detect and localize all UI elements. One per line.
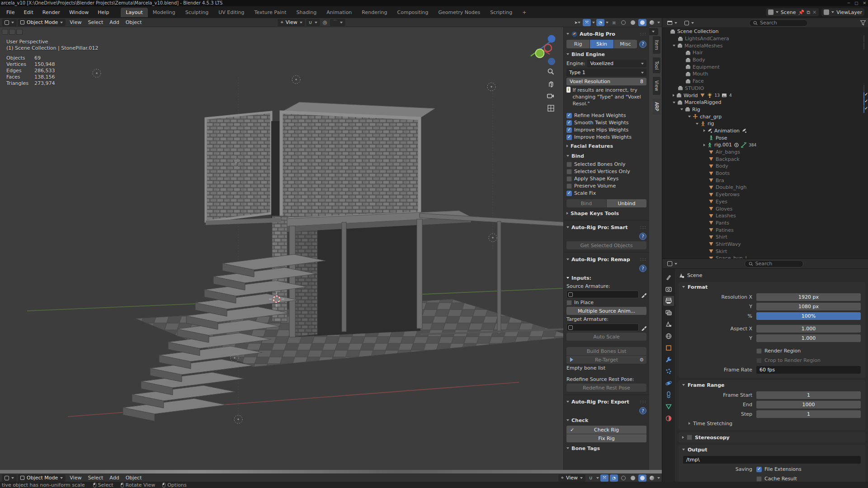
workspace-tab-shading[interactable]: Shading <box>292 8 322 17</box>
mode-dropdown[interactable]: Object Mode <box>18 474 66 482</box>
help-icon[interactable]: ? <box>639 41 646 48</box>
fix-rig-button[interactable]: Fix Rig <box>566 434 646 442</box>
outliner-row[interactable]: World134 <box>662 92 868 99</box>
shading-rendered-icon[interactable] <box>648 474 656 482</box>
resolution-x-field[interactable]: 1920 px <box>756 293 861 301</box>
filter-icon[interactable] <box>860 20 866 25</box>
viewport-menu-add[interactable]: Add <box>106 19 122 26</box>
properties-tab-physics[interactable] <box>663 378 674 388</box>
frame-end-field[interactable]: 1000 <box>756 401 861 408</box>
exclude-checkbox[interactable] <box>863 106 864 113</box>
file-extensions-checkbox[interactable] <box>756 467 762 472</box>
workspace-tab-layout[interactable]: Layout <box>121 8 147 17</box>
workspace-tab-sculpting[interactable]: Sculpting <box>180 8 213 17</box>
expander-icon[interactable] <box>680 108 683 110</box>
shading-material-icon[interactable] <box>638 19 646 26</box>
auto-scale-button[interactable]: Auto Scale <box>566 333 646 341</box>
editor-type-dropdown[interactable] <box>2 474 17 482</box>
transform-orientation-dropdown[interactable]: ⌖View <box>558 474 585 482</box>
arp-export-panel-header[interactable]: Auto-Rig Pro: Export:::: <box>566 398 646 406</box>
properties-tab-view-layer[interactable] <box>663 308 674 318</box>
outliner-search-input[interactable]: Search <box>749 19 808 27</box>
outliner-row[interactable]: Face <box>662 78 868 85</box>
workspace-tab-modeling[interactable]: Modeling <box>148 8 180 17</box>
panel-drag-dots[interactable]: :::: <box>640 32 646 36</box>
editor-type-dropdown[interactable] <box>665 19 680 27</box>
bone-tags-section[interactable]: Bone Tags <box>566 444 646 452</box>
viewport-menu-object[interactable]: Object <box>123 474 145 482</box>
facial-features-section[interactable]: Facial Features <box>566 142 646 150</box>
outliner-row[interactable]: STUDIO <box>662 85 868 92</box>
xray-toggle[interactable]: ▣ <box>610 19 618 26</box>
arp-tab-skin[interactable]: Skin <box>590 40 613 48</box>
check-section[interactable]: Check <box>566 416 646 424</box>
outliner-row[interactable]: MarcelaMeshes <box>662 42 868 49</box>
weight-option-checkbox[interactable] <box>566 127 572 133</box>
properties-tab-object[interactable] <box>663 343 674 353</box>
retarget-button[interactable]: Re-Target ⚙ <box>566 356 646 364</box>
bind-engine-section[interactable]: Bind Engine <box>566 50 646 58</box>
properties-search-input[interactable]: Search <box>745 260 803 267</box>
properties-tab-world[interactable] <box>663 331 674 341</box>
outliner-row[interactable]: ShirtWavy <box>662 241 868 248</box>
properties-tab-material[interactable] <box>663 413 674 423</box>
help-icon[interactable]: ? <box>639 407 646 414</box>
frame-rate-dropdown[interactable]: 60 fps <box>756 366 861 374</box>
outliner-row[interactable]: Body <box>662 163 868 170</box>
viewport-menu-select[interactable]: Select <box>85 474 106 482</box>
bind-option-checkbox[interactable] <box>566 162 572 167</box>
aspect-y-field[interactable]: 1.000 <box>756 334 861 342</box>
frame-range-panel-header[interactable]: Frame Range <box>679 380 865 390</box>
exclude-checkbox[interactable] <box>863 42 864 49</box>
outliner-row[interactable]: Bra <box>662 177 868 184</box>
target-armature-field[interactable] <box>566 324 639 331</box>
transform-orientation-dropdown[interactable]: ⌖ View <box>278 19 305 26</box>
menu-window[interactable]: Window <box>66 8 92 17</box>
stereoscopy-checkbox[interactable] <box>687 435 692 440</box>
resolution-percent-slider[interactable]: 100% <box>756 312 861 320</box>
build-bones-list-button[interactable]: Build Bones List <box>566 347 646 355</box>
bind-section[interactable]: Bind <box>566 152 646 160</box>
selectability-dropdown[interactable]: ➤ <box>573 19 581 26</box>
sidebar-tab-view[interactable]: View <box>653 77 660 95</box>
select-set-icon[interactable] <box>2 29 8 35</box>
exclude-checkbox[interactable] <box>863 85 864 92</box>
maximize-icon[interactable]: ▢ <box>854 0 859 6</box>
select-extend-icon[interactable] <box>9 29 15 35</box>
gear-icon[interactable]: ⚙ <box>639 357 644 363</box>
overlays-toggle[interactable]: ◔ <box>610 474 618 482</box>
viewport-menu-select[interactable]: Select <box>85 19 106 26</box>
expander-icon[interactable] <box>703 129 705 132</box>
crop-render-region-checkbox[interactable] <box>756 358 762 363</box>
outliner-row[interactable]: Gloves <box>662 205 868 212</box>
sidebar-tab-arp[interactable]: ARP <box>653 99 660 115</box>
menu-render[interactable]: Render <box>39 8 64 17</box>
properties-tab-object-data[interactable] <box>663 402 674 412</box>
gizmo-y-axis[interactable] <box>536 49 544 58</box>
unbind-button[interactable]: Unbind <box>607 199 646 207</box>
sidebar-tab-item[interactable]: Item <box>653 36 660 54</box>
viewport-menu-object[interactable]: Object <box>123 19 145 26</box>
outliner-row[interactable]: Air_bangs <box>662 149 868 156</box>
outliner-row[interactable]: Skirt <box>662 248 868 255</box>
shading-rendered-icon[interactable] <box>648 19 656 26</box>
weight-option-checkbox[interactable] <box>566 120 572 126</box>
exclude-checkbox[interactable] <box>863 35 864 42</box>
properties-tab-particles[interactable] <box>663 366 674 376</box>
unlink-icon[interactable]: ✕ <box>812 9 816 15</box>
workspace-tab-animation[interactable]: Animation <box>321 8 357 17</box>
outliner-row[interactable]: Hair <box>662 49 868 56</box>
bind-option-checkbox[interactable] <box>566 183 572 189</box>
voxel-resolution-slider[interactable]: Voxel Resolution8 <box>566 78 646 85</box>
help-icon[interactable]: ? <box>639 233 646 240</box>
resolution-y-field[interactable]: 1080 px <box>756 303 861 310</box>
grid-ortho-icon[interactable] <box>546 103 555 113</box>
outliner-row[interactable]: Body <box>662 56 868 64</box>
bind-button[interactable]: Bind <box>566 199 606 207</box>
exclude-checkbox[interactable] <box>863 99 864 106</box>
expander-icon[interactable] <box>696 123 698 125</box>
arp-panel-header[interactable]: Auto-Rig Pro :::: <box>566 30 646 38</box>
expander-icon[interactable] <box>673 94 675 97</box>
properties-tab-scene[interactable] <box>663 319 674 329</box>
minimize-icon[interactable]: ─ <box>848 0 850 6</box>
